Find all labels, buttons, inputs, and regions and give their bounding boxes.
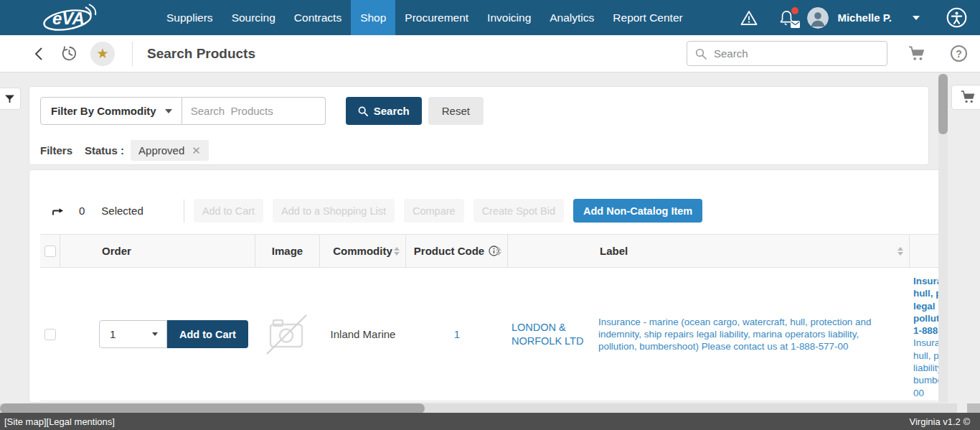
filters-label: Filters — [40, 144, 72, 156]
nav-item-contracts[interactable]: Contracts — [285, 0, 351, 35]
toolbar-right: ? — [687, 41, 980, 66]
history-icon[interactable] — [60, 45, 79, 62]
select-all-checkbox[interactable] — [44, 246, 56, 257]
user-name[interactable]: Michelle P. — [837, 11, 892, 24]
product-code-link[interactable]: 1 — [454, 328, 460, 340]
column-header-label[interactable]: Label — [508, 235, 910, 267]
back-icon[interactable] — [34, 47, 42, 60]
column-header-details: Details — [910, 235, 942, 267]
notification-badge — [791, 7, 798, 14]
column-header-order: Order — [60, 235, 255, 267]
details-title: Insurance - marine (ocean cargo, watercr… — [913, 275, 942, 337]
favorite-star-icon[interactable]: ★ — [90, 42, 115, 66]
product-label-link[interactable]: Insurance - marine (ocean cargo, watercr… — [598, 316, 885, 352]
page-title: Search Products — [147, 46, 255, 62]
filter-panel: Filter By Commodity Search Reset Filters… — [29, 86, 929, 165]
row-commodity-cell: Inland Marine — [320, 268, 406, 401]
supplier-link[interactable]: LONDON & NORFOLK LTD — [508, 321, 594, 348]
cart-icon — [960, 90, 976, 105]
nav-item-shop[interactable]: Shop — [351, 0, 395, 35]
chevron-down-icon — [152, 332, 158, 336]
page-toolbar: ★ Search Products ? — [0, 35, 980, 73]
column-header-commodity[interactable]: Commodity — [320, 235, 406, 267]
help-icon[interactable]: ? — [951, 45, 967, 62]
add-to-shopping-list-button: Add to a Shopping List — [273, 199, 395, 223]
column-header-product-code[interactable]: Product Code — [406, 235, 508, 267]
notifications-bell-icon[interactable] — [778, 9, 796, 27]
footer-version: Virginia v1.2 © — [910, 416, 971, 427]
side-filter-button[interactable] — [0, 88, 21, 110]
cart-icon[interactable] — [908, 45, 926, 62]
navbar-right: Michelle P. — [740, 0, 980, 35]
row-image-cell — [255, 268, 320, 401]
reset-button[interactable]: Reset — [428, 97, 484, 125]
vertical-scrollbar-thumb[interactable] — [938, 74, 948, 134]
accessibility-icon[interactable] — [946, 7, 967, 28]
row-product-code-cell: 1 — [406, 268, 508, 401]
search-icon — [695, 48, 707, 60]
selected-label: Selected — [101, 205, 143, 217]
quantity-select[interactable]: 1 — [99, 320, 167, 348]
row-checkbox[interactable] — [44, 329, 56, 340]
footer-links[interactable]: [Site map][Legal mentions] — [4, 416, 115, 427]
filter-by-commodity-dropdown[interactable]: Filter By Commodity — [40, 97, 182, 125]
status-label: Status : — [85, 144, 124, 156]
sort-icon[interactable] — [897, 247, 903, 256]
search-button[interactable]: Search — [346, 97, 422, 125]
user-avatar[interactable] — [807, 7, 829, 29]
products-table: Order Image Commodity Product Code — [40, 234, 942, 401]
sort-icon[interactable] — [496, 247, 501, 256]
chevron-down-icon — [165, 109, 172, 113]
global-search-box — [687, 41, 887, 66]
add-to-cart-button: Add to Cart — [194, 199, 263, 223]
toolbar-left: ★ Search Products — [0, 42, 255, 66]
status-filter-chip: Approved ✕ — [131, 140, 209, 161]
page: eVA Suppliers Sourcing Contracts Shop Pr… — [0, 0, 980, 430]
selected-count: 0 — [79, 205, 85, 217]
add-non-catalog-item-button[interactable]: Add Non-Catalog Item — [573, 199, 702, 223]
nav-item-invoicing[interactable]: Invoicing — [478, 0, 540, 35]
details-description: Insurance - marine (ocean cargo, watercr… — [913, 337, 942, 398]
funnel-icon — [4, 94, 15, 103]
global-search-input[interactable] — [714, 47, 872, 60]
table-row: 1 Add to Cart — [40, 268, 942, 401]
no-image-icon — [265, 314, 311, 355]
row-order-cell: 1 Add to Cart — [60, 268, 255, 401]
nav-item-procurement[interactable]: Procurement — [395, 0, 478, 35]
svg-text:eVA: eVA — [52, 9, 85, 28]
table-header-row: Order Image Commodity Product Code — [40, 234, 942, 268]
eva-logo[interactable]: eVA — [0, 0, 157, 35]
row-add-to-cart-button[interactable]: Add to Cart — [167, 320, 248, 348]
select-all-cell — [40, 235, 60, 267]
horizontal-scrollbar-thumb[interactable] — [0, 403, 425, 413]
top-navbar: eVA Suppliers Sourcing Contracts Shop Pr… — [0, 0, 980, 35]
footer: [Site map][Legal mentions] Virginia v1.2… — [0, 413, 980, 430]
row-label-cell: LONDON & NORFOLK LTD Insurance - marine … — [508, 268, 910, 401]
filter-row: Filter By Commodity Search Reset — [40, 97, 484, 125]
toolbar-divider — [132, 42, 133, 66]
products-panel: 0 Selected Add to Cart Add to a Shopping… — [29, 169, 942, 403]
nav-item-suppliers[interactable]: Suppliers — [157, 0, 222, 35]
sort-icon[interactable] — [394, 247, 400, 256]
scrollbar-corner — [967, 403, 980, 413]
column-header-image: Image — [255, 235, 320, 267]
nav-item-sourcing[interactable]: Sourcing — [222, 0, 285, 35]
main-navigation: Suppliers Sourcing Contracts Shop Procur… — [157, 0, 692, 35]
action-divider — [184, 200, 184, 223]
horizontal-scrollbar-track — [0, 403, 957, 413]
product-search-input[interactable] — [182, 97, 326, 125]
side-cart-button[interactable] — [951, 85, 980, 110]
vertical-scrollbar-track — [938, 74, 948, 403]
user-menu-caret-icon[interactable] — [912, 15, 920, 21]
envelope-icon — [791, 21, 800, 28]
selection-arrow-icon — [51, 205, 64, 217]
row-select-cell — [40, 268, 60, 401]
search-icon — [358, 106, 368, 116]
compare-button: Compare — [404, 199, 464, 223]
create-spot-bid-button: Create Spot Bid — [473, 199, 564, 223]
nav-item-analytics[interactable]: Analytics — [540, 0, 603, 35]
remove-filter-icon[interactable]: ✕ — [192, 145, 201, 156]
nav-item-report-center[interactable]: Report Center — [603, 0, 692, 35]
quantity-group: 1 Add to Cart — [99, 320, 248, 348]
warning-icon[interactable] — [740, 10, 758, 26]
